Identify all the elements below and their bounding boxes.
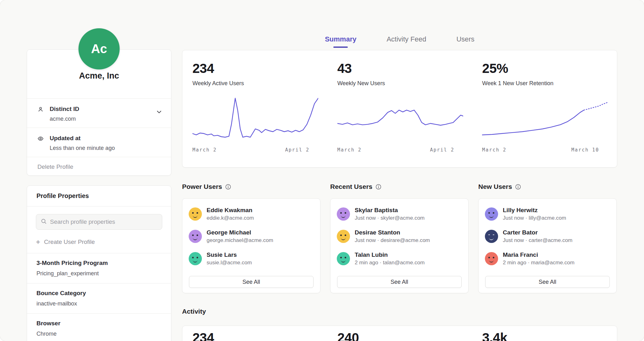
property-value: Chrome (36, 331, 162, 337)
user-avatar (485, 252, 498, 265)
tab-activity-feed[interactable]: Activity Feed (386, 35, 426, 48)
user-avatar (189, 207, 202, 221)
user-name: Desirae Stanton (355, 229, 430, 236)
user-row[interactable]: Carter Bator Just now · carter@acme.com (485, 229, 610, 244)
user-lists: Power Users Eddie Kwakman eddie.k@acme.c… (182, 182, 617, 293)
person-icon (37, 106, 44, 114)
profile-properties-list: 3-Month Pricing Program Pricing_plan_exp… (27, 253, 171, 341)
company-avatar: Ac (79, 28, 120, 69)
user-meta: Just now · skyler@acme.com (355, 215, 425, 221)
activity-section-title: Activity (182, 308, 206, 315)
user-row[interactable]: George Michael george.michael@acme.com (189, 229, 314, 244)
summary-stats-card: 234 Weekly Active Users March 2 April 2 … (182, 50, 617, 168)
x-axis-start-label: March 2 (482, 147, 506, 153)
user-meta: Just now · lilly@acme.com (503, 215, 566, 221)
stat-label: Week 1 New User Retention (482, 80, 617, 87)
stat-value: 25% (482, 61, 617, 76)
main-tabs: Summary Activity Feed Users (182, 35, 617, 48)
profile-properties-search[interactable] (36, 214, 162, 230)
updated-at-label: Updated at (50, 135, 115, 142)
user-name: Talan Lubin (355, 251, 425, 258)
user-meta: george.michael@acme.com (207, 237, 273, 244)
see-all-button[interactable]: See All (337, 276, 462, 288)
user-meta: Just now · carter@acme.com (503, 237, 572, 244)
x-axis-start-label: March 2 (337, 147, 362, 153)
user-meta: susie.l@acme.com (207, 260, 252, 266)
user-avatar (189, 252, 202, 265)
user-row[interactable]: Skylar Baptista Just now · skyler@acme.c… (337, 207, 462, 221)
profile-properties-card: Profile Properties + Create User Profile… (27, 185, 171, 341)
property-name: 3-Month Pricing Program (36, 260, 162, 267)
user-meta: eddie.k@acme.com (207, 215, 254, 221)
user-name: Eddie Kwakman (207, 207, 254, 214)
tab-summary[interactable]: Summary (325, 35, 356, 48)
user-avatar (337, 207, 350, 221)
weekly-active-users-chart (192, 97, 318, 143)
property-row[interactable]: Browser Chrome (27, 313, 171, 341)
stat-label: Weekly New Users (337, 80, 472, 87)
user-row[interactable]: Maria Franci 2 min ago · maria@acme.com (485, 251, 610, 266)
distinct-id-value: acme.com (50, 116, 79, 122)
info-icon[interactable] (225, 184, 231, 190)
search-input[interactable] (50, 218, 158, 225)
user-avatar (337, 252, 350, 265)
stat-value: 3.4k (482, 330, 617, 341)
stat-week1-retention: 25% Week 1 New User Retention March 2 Ma… (472, 50, 617, 167)
see-all-button[interactable]: See All (189, 276, 314, 288)
new-users-title: New Users (478, 183, 512, 190)
stat-weekly-active-users: 234 Weekly Active Users March 2 April 2 (182, 50, 327, 167)
eye-icon (37, 135, 44, 143)
user-name: George Michael (207, 229, 273, 236)
activity-stat: 240 (327, 326, 472, 341)
user-name: Carter Bator (503, 229, 572, 236)
property-name: Browser (36, 320, 162, 327)
x-axis-end-label: April 2 (430, 147, 454, 153)
new-users-card: Lilly Herwitz Just now · lilly@acme.com … (478, 198, 617, 293)
plus-icon: + (36, 238, 40, 246)
new-users-section: New Users Lilly Herwitz Just now · lilly… (478, 182, 617, 293)
user-meta: Just now · desirare@acme.com (355, 237, 430, 244)
user-meta: 2 min ago · talan@acme.com (355, 260, 425, 266)
company-profile-card: Ac Acme, Inc Distinct ID acme.com (27, 49, 171, 176)
x-axis-end-label: March 10 (571, 147, 599, 153)
property-row[interactable]: 3-Month Pricing Program Pricing_plan_exp… (27, 253, 171, 283)
updated-at-value: Less than one minute ago (50, 145, 115, 151)
power-users-card: Eddie Kwakman eddie.k@acme.com George Mi… (182, 198, 320, 293)
profile-properties-title: Profile Properties (27, 186, 171, 206)
user-row[interactable]: Lilly Herwitz Just now · lilly@acme.com (485, 207, 610, 221)
weekly-new-users-chart (337, 97, 463, 143)
info-icon[interactable] (375, 184, 381, 190)
user-row[interactable]: Talan Lubin 2 min ago · talan@acme.com (337, 251, 462, 266)
user-row[interactable]: Desirae Stanton Just now · desirare@acme… (337, 229, 462, 244)
activity-stat: 234 (182, 326, 327, 341)
stat-value: 43 (337, 61, 472, 76)
app-frame: Ac Acme, Inc Distinct ID acme.com (0, 0, 644, 341)
delete-profile-button[interactable]: Delete Profile (27, 157, 171, 176)
search-icon (41, 218, 47, 226)
property-row[interactable]: Bounce Category inactive-mailbox (27, 283, 171, 313)
week1-retention-chart (482, 97, 608, 143)
recent-users-card: Skylar Baptista Just now · skyler@acme.c… (330, 198, 469, 293)
user-row[interactable]: Susie Lars susie.l@acme.com (189, 251, 314, 266)
chevron-down-icon[interactable] (156, 109, 162, 116)
power-users-section: Power Users Eddie Kwakman eddie.k@acme.c… (182, 182, 320, 293)
tab-users[interactable]: Users (456, 35, 474, 48)
user-row[interactable]: Eddie Kwakman eddie.k@acme.com (189, 207, 314, 221)
user-meta: 2 min ago · maria@acme.com (503, 260, 575, 266)
activity-stats-card: 234 240 3.4k (182, 326, 617, 341)
user-name: Lilly Herwitz (503, 207, 566, 214)
create-user-profile-button[interactable]: + Create User Profile (36, 236, 162, 248)
recent-users-section: Recent Users Skylar Baptista Just now · … (330, 182, 469, 293)
x-axis-end-label: April 2 (285, 147, 309, 153)
user-avatar (485, 207, 498, 221)
info-icon[interactable] (515, 184, 521, 190)
stat-label: Weekly Active Users (192, 80, 327, 87)
stat-weekly-new-users: 43 Weekly New Users March 2 April 2 (327, 50, 472, 167)
see-all-button[interactable]: See All (485, 276, 610, 288)
distinct-id-row[interactable]: Distinct ID acme.com (27, 98, 171, 128)
property-value: Pricing_plan_experiment (36, 270, 162, 277)
x-axis-start-label: March 2 (192, 147, 217, 153)
user-name: Skylar Baptista (355, 207, 425, 214)
activity-stat: 3.4k (472, 326, 617, 341)
user-avatar (485, 230, 498, 243)
